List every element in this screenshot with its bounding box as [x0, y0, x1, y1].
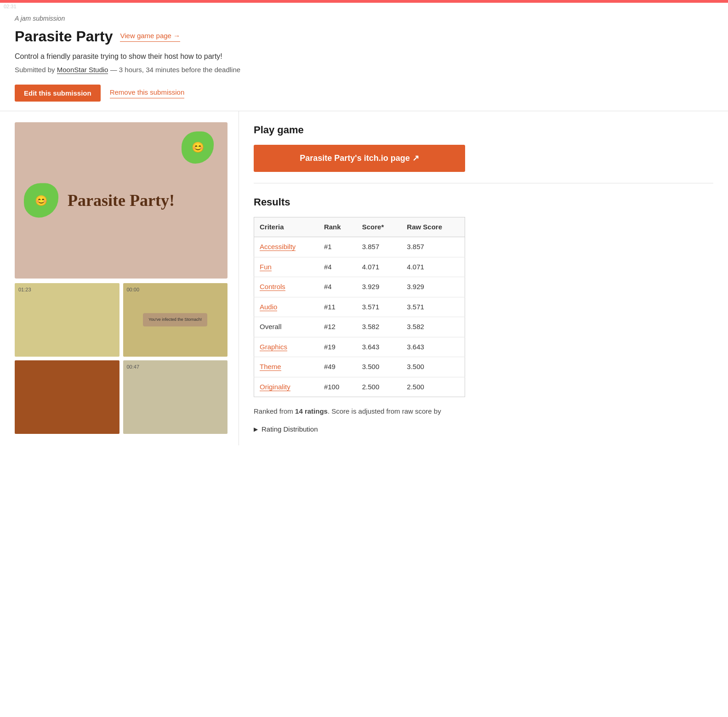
cell-score: 4.071 — [357, 257, 402, 277]
main-screenshot: 😊 😊 Parasite Party! — [15, 122, 228, 279]
table-row: Fun#44.0714.071 — [254, 257, 465, 277]
results-table: Criteria Rank Score* Raw Score Accessibi… — [254, 217, 465, 398]
ratings-note-prefix: Ranked from — [254, 407, 295, 415]
play-game-title: Play game — [254, 122, 713, 137]
main-content: 😊 😊 Parasite Party! 01:23 00:00 You've i… — [0, 111, 728, 446]
cell-criteria[interactable]: Originality — [254, 377, 318, 397]
cell-rank: #4 — [318, 257, 357, 277]
cell-raw-score: 3.643 — [401, 337, 465, 357]
results-section: Results Criteria Rank Score* Raw Score A… — [254, 194, 713, 435]
game-title: Parasite Party — [15, 25, 113, 47]
cell-raw-score: 2.500 — [401, 377, 465, 397]
table-row: Controls#43.9293.929 — [254, 277, 465, 297]
cell-score: 3.643 — [357, 337, 402, 357]
jam-label: A jam submission — [15, 14, 713, 23]
rating-distribution-triangle: ▶ — [254, 425, 258, 433]
screenshot-main-title: Parasite Party! — [68, 188, 175, 213]
cell-rank: #4 — [318, 277, 357, 297]
results-table-body: Accessibilty#13.8573.857Fun#44.0714.071C… — [254, 237, 465, 397]
criteria-link[interactable]: Originality — [260, 383, 290, 391]
submitted-by-text: Submitted by MoonStar Studio — 3 hours, … — [15, 65, 713, 75]
cell-score: 3.929 — [357, 277, 402, 297]
cell-rank: #11 — [318, 297, 357, 317]
cell-score: 3.571 — [357, 297, 402, 317]
play-game-button[interactable]: Parasite Party's itch.io page ↗ — [254, 145, 465, 172]
thumbnail-2: 00:00 You've infected the Stomach! — [123, 283, 228, 357]
cell-criteria[interactable]: Controls — [254, 277, 318, 297]
view-game-link[interactable]: View game page → — [120, 31, 180, 42]
cell-rank: #49 — [318, 357, 357, 377]
cell-rank: #100 — [318, 377, 357, 397]
thumbnail-3: 02:31 — [15, 360, 119, 434]
thumbnail-1: 01:23 — [15, 283, 119, 357]
cell-score: 2.500 — [357, 377, 402, 397]
col-raw-score: Raw Score — [401, 217, 465, 237]
criteria-link[interactable]: Fun — [260, 263, 272, 271]
cell-criteria[interactable]: Theme — [254, 357, 318, 377]
criteria-link[interactable]: Theme — [260, 363, 281, 371]
right-panel: Play game Parasite Party's itch.io page … — [239, 111, 728, 446]
blob-top-right: 😊 — [182, 131, 214, 164]
remove-submission-link[interactable]: Remove this submission — [110, 87, 185, 98]
ratings-count: 14 ratings — [295, 407, 328, 415]
cell-criteria[interactable]: Graphics — [254, 337, 318, 357]
cell-raw-score: 4.071 — [401, 257, 465, 277]
blob-face-1: 😊 — [192, 140, 204, 155]
table-row: Overall#123.5823.582 — [254, 317, 465, 337]
header-section: A jam submission Parasite Party View gam… — [0, 3, 728, 111]
results-table-head: Criteria Rank Score* Raw Score — [254, 217, 465, 237]
edit-submission-button[interactable]: Edit this submission — [15, 85, 101, 102]
table-row: Theme#493.5003.500 — [254, 357, 465, 377]
ratings-note: Ranked from 14 ratings. Score is adjuste… — [254, 406, 713, 417]
thumbnails-grid: 01:23 00:00 You've infected the Stomach!… — [15, 283, 228, 434]
cell-raw-score: 3.500 — [401, 357, 465, 377]
thumb-2-timer: 00:00 — [127, 286, 140, 294]
game-description: Control a friendly parasite trying to sh… — [15, 51, 713, 62]
results-table-header-row: Criteria Rank Score* Raw Score — [254, 217, 465, 237]
thumb-2-dialog: You've infected the Stomach! — [143, 313, 207, 327]
cell-criteria: Overall — [254, 317, 318, 337]
play-game-section: Play game Parasite Party's itch.io page … — [254, 122, 713, 183]
cell-raw-score: 3.571 — [401, 297, 465, 317]
thumb-1-timer: 01:23 — [18, 286, 31, 294]
cell-criteria[interactable]: Fun — [254, 257, 318, 277]
criteria-link[interactable]: Graphics — [260, 343, 287, 351]
author-link[interactable]: MoonStar Studio — [57, 66, 108, 74]
game-title-row: Parasite Party View game page → — [15, 25, 713, 47]
left-panel: 😊 😊 Parasite Party! 01:23 00:00 You've i… — [0, 111, 239, 446]
table-row: Originality#1002.5002.500 — [254, 377, 465, 397]
cell-rank: #19 — [318, 337, 357, 357]
cell-raw-score: 3.857 — [401, 237, 465, 257]
thumbnail-4: 00:47 — [123, 360, 228, 434]
col-score: Score* — [357, 217, 402, 237]
cell-raw-score: 3.582 — [401, 317, 465, 337]
cell-criteria[interactable]: Accessibilty — [254, 237, 318, 257]
criteria-link[interactable]: Controls — [260, 283, 285, 291]
thumb-4-timer: 00:47 — [127, 363, 140, 371]
action-buttons: Edit this submission Remove this submiss… — [15, 85, 713, 102]
cell-score: 3.857 — [357, 237, 402, 257]
table-row: Audio#113.5713.571 — [254, 297, 465, 317]
cell-score: 3.582 — [357, 317, 402, 337]
cell-rank: #12 — [318, 317, 357, 337]
cell-rank: #1 — [318, 237, 357, 257]
col-criteria: Criteria — [254, 217, 318, 237]
rating-distribution-label: Rating Distribution — [262, 424, 318, 435]
blob-left: 😊 — [24, 183, 58, 217]
cell-raw-score: 3.929 — [401, 277, 465, 297]
ratings-note-suffix: . Score is adjusted from raw score by — [328, 407, 441, 415]
table-row: Graphics#193.6433.643 — [254, 337, 465, 357]
criteria-link[interactable]: Audio — [260, 303, 277, 311]
rating-distribution[interactable]: ▶ Rating Distribution — [254, 424, 713, 435]
criteria-link[interactable]: Accessibilty — [260, 243, 296, 251]
cell-criteria[interactable]: Audio — [254, 297, 318, 317]
blob-face-2: 😊 — [35, 193, 47, 208]
table-row: Accessibilty#13.8573.857 — [254, 237, 465, 257]
results-title: Results — [254, 194, 713, 210]
col-rank: Rank — [318, 217, 357, 237]
cell-score: 3.500 — [357, 357, 402, 377]
